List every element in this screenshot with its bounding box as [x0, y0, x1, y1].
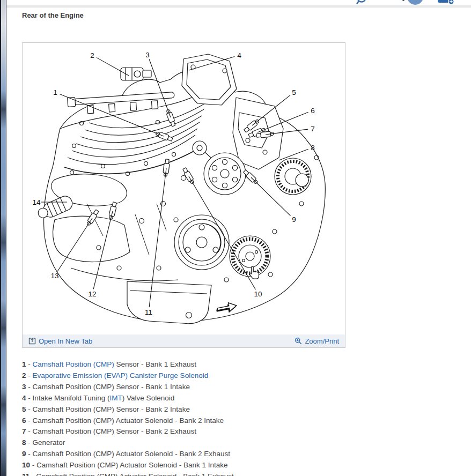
legend-item-text: Sensor - Bank 1 Exhaust	[114, 360, 196, 368]
legend-item-number: 6	[22, 416, 26, 425]
legend-item-text: Camshaft Position (CMP) Actuator Solenoi…	[33, 450, 230, 458]
legend-item: 8 - Generator	[22, 437, 355, 449]
legend-item: 9 - Camshaft Position (CMP) Actuator Sol…	[22, 449, 355, 460]
callout-number: 5	[292, 88, 296, 96]
toolbar-divider	[6, 5, 471, 8]
legend-item-number: 8	[22, 438, 26, 447]
figure-footer: Open In New Tab Zoom/Print	[23, 334, 345, 347]
legend-item: 11 - Camshaft Position (CMP) Actuator So…	[22, 471, 355, 476]
legend-item: 6 - Camshaft Position (CMP) Actuator Sol…	[22, 415, 355, 427]
legend-item-text: Intake Manifold Tuning (	[33, 394, 110, 402]
legend-item: 3 - Camshaft Position (CMP) Sensor - Ban…	[22, 382, 355, 393]
callout-number: 12	[88, 290, 96, 298]
component-legend: 1 - Camshaft Position (CMP) Sensor - Ban…	[22, 359, 355, 476]
add-image-icon[interactable]	[437, 0, 455, 5]
legend-item: 5 - Camshaft Position (CMP) Sensor - Ban…	[22, 404, 355, 415]
legend-item-number: 7	[22, 427, 26, 435]
search-icon[interactable]	[355, 0, 368, 5]
callout-number: 7	[311, 125, 315, 133]
top-toolbar	[6, 0, 471, 5]
legend-item-text: Camshaft Position (CMP) Sensor - Bank 1 …	[33, 383, 190, 391]
legend-item: 2 - Evaporative Emission (EVAP) Canister…	[22, 370, 355, 382]
legend-item-text: Camshaft Position (CMP) Sensor - Bank 2 …	[33, 405, 190, 413]
callout-number: 13	[50, 272, 58, 280]
callout-number: 1	[53, 88, 57, 96]
legend-item-text: Camshaft Position (CMP) Sensor - Bank 2 …	[33, 427, 196, 435]
callout-leader-line	[97, 57, 129, 76]
engine-diagram-image[interactable]: 1234567891011121314	[23, 43, 345, 334]
legend-term-link[interactable]: IMT	[110, 394, 122, 402]
adjacent-window-edge	[0, 0, 6, 476]
legend-item-number: 3	[22, 383, 26, 391]
callout-number: 8	[311, 144, 315, 152]
zoom-print-link[interactable]: Zoom/Print	[295, 337, 339, 345]
page-title: Rear of the Engine	[22, 11, 84, 19]
open-in-new-tab-icon	[28, 337, 36, 345]
callout-number: 3	[145, 51, 150, 59]
callout-number: 9	[292, 215, 296, 224]
legend-item-number: 2	[22, 371, 26, 380]
open-in-new-tab-link[interactable]: Open In New Tab	[28, 337, 92, 345]
legend-term-link[interactable]: Evaporative Emission (EVAP) Canister Pur…	[33, 371, 209, 380]
legend-item: 4 - Intake Manifold Tuning (IMT) Valve S…	[22, 393, 355, 404]
pen-icon[interactable]	[402, 0, 406, 2]
diagram-figure: 1234567891011121314 Open In New Tab	[22, 42, 345, 348]
user-avatar[interactable]	[407, 0, 423, 5]
legend-item-text: ) Valve Solenoid	[122, 394, 174, 402]
legend-item-number: 11	[22, 472, 30, 476]
legend-item: 10 - Camshaft Position (CMP) Actuator So…	[22, 460, 355, 471]
legend-item-number: 5	[22, 405, 26, 413]
zoom-icon	[295, 337, 302, 345]
callout-number: 4	[237, 51, 241, 59]
legend-item-text: Camshaft Position (CMP) Actuator Solenoi…	[36, 461, 227, 469]
callout-number: 2	[90, 51, 94, 59]
callout-number: 10	[254, 290, 262, 298]
legend-item-text: Camshaft Position (CMP) Actuator Solenoi…	[36, 472, 233, 476]
callout-number: 11	[145, 308, 152, 316]
legend-item-number: 4	[22, 394, 26, 402]
legend-term-link[interactable]: Camshaft Position (CMP)	[33, 360, 114, 368]
engine-diagram: 1234567891011121314	[23, 43, 345, 334]
callout-number: 6	[311, 107, 315, 115]
legend-item-text: Generator	[33, 438, 65, 447]
legend-item-number: 9	[22, 450, 26, 458]
legend-item: 1 - Camshaft Position (CMP) Sensor - Ban…	[22, 359, 355, 370]
zoom-print-label: Zoom/Print	[305, 337, 339, 345]
legend-item-number: 1	[22, 360, 26, 368]
legend-item: 7 - Camshaft Position (CMP) Sensor - Ban…	[22, 426, 355, 437]
legend-item-number: 10	[22, 461, 30, 469]
open-in-new-tab-label: Open In New Tab	[39, 337, 92, 345]
callout-number: 14	[32, 198, 41, 206]
legend-item-text: Camshaft Position (CMP) Actuator Solenoi…	[33, 416, 224, 425]
